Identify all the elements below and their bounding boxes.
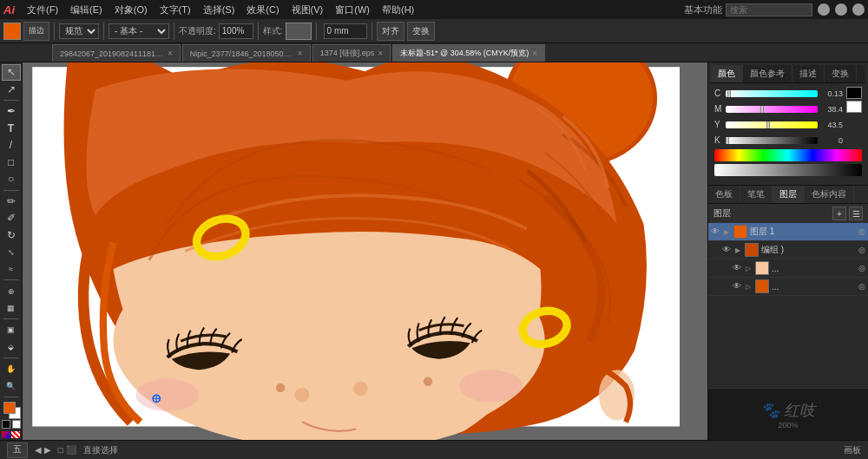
status-bar: 五 ◀ ▶ □ ⬛ 直接选择 画板 [0,440,868,459]
k-thumb[interactable] [726,137,729,144]
layer-visibility-1[interactable]: 👁 [722,245,733,255]
layers-panel: 图层 + ☰ 👁 ▶ 图层 1 ◎ 👁 ▶ 编组 ) ◎ [708,204,868,388]
layer-target-3[interactable]: ◎ [858,282,865,291]
black-swatch[interactable] [2,420,10,429]
panel-tab-swatches[interactable]: 色板 [708,186,740,203]
tool-type[interactable]: T [2,121,21,137]
tab-2[interactable]: 1374 [链接].eps × [312,44,391,62]
style-select[interactable]: - 基本 - [108,23,169,39]
brush-select[interactable]: 规范 [59,23,99,39]
menu-edit[interactable]: 编辑(E) [65,2,108,18]
m-thumb[interactable] [760,106,764,113]
panel-tab-opacity2[interactable]: 变换 [825,65,857,82]
canvas-area[interactable] [23,62,707,440]
panel-tab-color[interactable]: 颜色 [711,65,743,82]
tool-rect[interactable]: □ [2,154,21,171]
layer-target-2[interactable]: ◎ [858,264,865,272]
tab-close-0[interactable]: × [168,49,173,58]
workspace-label: 基本功能 [684,3,722,16]
panel-tab-guide[interactable]: 描述 [792,65,825,82]
fill-color-swatch[interactable] [3,23,21,40]
window-maximize-btn[interactable] [835,3,847,16]
window-close-btn[interactable] [852,3,865,16]
menu-view[interactable]: 视图(V) [286,2,329,18]
y-thumb[interactable] [766,121,770,128]
tool-pen[interactable]: ✒ [2,103,21,120]
spectrum-bar[interactable] [714,149,862,161]
layer-target-0[interactable]: ◎ [858,227,865,236]
tool-status-btn[interactable]: 五 [7,443,28,458]
layers-menu-btn[interactable]: ☰ [849,207,863,220]
tab-close-2[interactable]: × [378,49,383,58]
layer-item-1[interactable]: 👁 ▶ 编组 ) ◎ [708,241,868,259]
stroke-toggle[interactable]: 描边 [23,22,49,41]
layers-add-btn[interactable]: + [832,207,846,220]
toolbar-sep-5 [316,23,317,40]
window-minimize-btn[interactable] [818,3,830,16]
layer-expand-0[interactable]: ▶ [724,228,729,236]
layer-item-2[interactable]: 👁 ▷ ... ◎ [708,259,868,278]
tool-selection[interactable]: ↖ [2,64,21,81]
tab-0[interactable]: 29842067_201908241118185540004.ai × [52,44,181,62]
tab-3[interactable]: 未标题-51* @ 304.58% (CMYK/预览) × [392,44,545,62]
tab-close-3[interactable]: × [532,49,537,58]
tool-symbol[interactable]: ⊕ [2,283,21,299]
tool-pencil[interactable]: ✐ [2,210,21,226]
layer-visibility-3[interactable]: 👁 [733,281,743,292]
tool-eyedropper[interactable]: ⬙ [2,339,21,356]
panel-tab-layers[interactable]: 图层 [773,186,805,203]
layer-visibility-0[interactable]: 👁 [711,226,721,237]
m-slider[interactable] [726,106,818,113]
tool-scale[interactable]: ⤡ [2,244,21,260]
search-input[interactable] [726,3,812,16]
layer-expand-3[interactable]: ▷ [746,283,751,291]
layer-target-1[interactable]: ◎ [858,246,865,254]
align-btn[interactable]: 对齐 [377,22,404,41]
menu-type[interactable]: 文字(T) [155,2,196,18]
layer-item-0[interactable]: 👁 ▶ 图层 1 ◎ [708,223,868,241]
layer-visibility-2[interactable]: 👁 [733,263,743,273]
bg-mini-swatch[interactable] [846,101,862,113]
k-slider[interactable] [726,137,818,144]
menu-effect[interactable]: 效果(C) [241,2,284,18]
layer-item-3[interactable]: 👁 ▷ ... ◎ [708,278,868,296]
menu-file[interactable]: 文件(F) [22,2,63,18]
menu-object[interactable]: 对象(O) [109,2,153,18]
panel-tab-brush[interactable]: 笔笔 [740,186,773,203]
cmyk-k-row: K 0 [714,135,843,145]
c-thumb[interactable] [727,90,731,97]
c-slider[interactable] [726,90,818,97]
tool-graph[interactable]: ▦ [2,300,21,317]
tool-brush[interactable]: ✏ [2,193,21,210]
tool-hand[interactable]: ✋ [2,361,21,377]
gradient-swatch[interactable] [2,431,10,438]
menu-help[interactable]: 帮助(H) [377,2,419,18]
tool-direct-selection[interactable]: ↗ [2,82,21,98]
tool-warp[interactable]: ≈ [2,261,21,278]
menu-window[interactable]: 窗口(W) [330,2,375,18]
tool-ellipse[interactable]: ○ [2,171,21,187]
color-swatches[interactable] [2,400,21,417]
white-swatch[interactable] [12,420,21,429]
opacity-input[interactable] [219,23,253,39]
y-slider[interactable] [726,121,818,128]
tool-gradient[interactable]: ▣ [2,322,21,338]
style-swatch[interactable] [286,23,312,40]
fg-mini-swatch[interactable] [846,87,862,99]
layer-expand-1[interactable]: ▶ [735,246,740,254]
foreground-color-swatch[interactable] [3,402,16,414]
bw-bar[interactable] [714,164,862,176]
transform-btn[interactable]: 变换 [407,22,435,41]
tab-close-1[interactable]: × [298,49,303,58]
tool-rotate[interactable]: ↻ [2,227,21,244]
menu-select[interactable]: 选择(S) [198,2,240,18]
promo-logo: 🐾 红吱 [760,400,815,421]
tab-1[interactable]: Nipic_2377/1846_20180504150235688088.ai … [182,44,311,62]
layer-expand-2[interactable]: ▷ [746,265,751,272]
width-input[interactable] [324,23,367,39]
panel-tab-colorref[interactable]: 颜色参考 [743,65,792,82]
tool-line[interactable]: / [2,137,21,154]
panel-tab-artboards[interactable]: 色标内容 [805,186,854,203]
none-swatch[interactable] [11,431,20,438]
tool-zoom[interactable]: 🔍 [2,378,21,395]
